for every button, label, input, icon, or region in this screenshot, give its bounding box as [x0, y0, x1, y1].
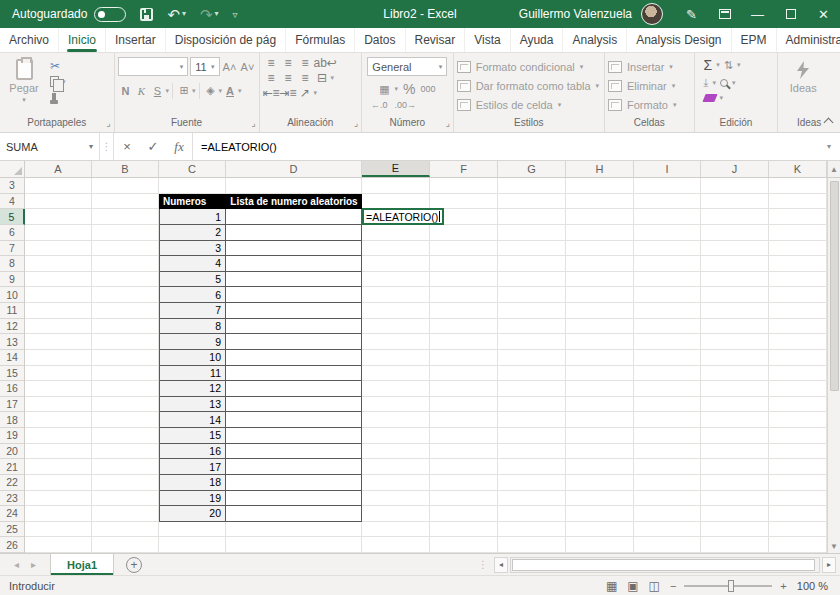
cell-F24[interactable] — [430, 506, 498, 522]
cell-J5[interactable] — [701, 209, 769, 225]
cell-J8[interactable] — [701, 256, 769, 272]
cell-F3[interactable] — [430, 178, 498, 194]
column-header-G[interactable]: G — [498, 161, 566, 177]
cell-D23[interactable] — [226, 491, 362, 507]
cell-I4[interactable] — [634, 194, 701, 210]
tab-analysis-design[interactable]: Analysis Design — [627, 28, 731, 52]
cell-A6[interactable] — [25, 225, 92, 241]
vertical-scroll-down-icon[interactable]: ▼ — [828, 539, 840, 553]
cell-K4[interactable] — [769, 194, 827, 210]
cell-G15[interactable] — [498, 366, 566, 382]
cell-J24[interactable] — [701, 506, 769, 522]
cell-D8[interactable] — [226, 256, 362, 272]
cell-J10[interactable] — [701, 287, 769, 303]
cell-F6[interactable] — [430, 225, 498, 241]
cell-G9[interactable] — [498, 272, 566, 288]
cell-H15[interactable] — [566, 366, 634, 382]
cell-H12[interactable] — [566, 319, 634, 335]
cell-H21[interactable] — [566, 459, 634, 475]
cell-J13[interactable] — [701, 334, 769, 350]
cell-G11[interactable] — [498, 303, 566, 319]
tab-inicio[interactable]: Inicio — [59, 28, 106, 52]
name-box-dropdown-icon[interactable]: ▾ — [89, 142, 93, 151]
column-header-E[interactable]: E — [362, 161, 430, 177]
cell-J14[interactable] — [701, 350, 769, 366]
minimize-button[interactable]: — — [741, 0, 774, 28]
cell-C17[interactable]: 13 — [159, 397, 226, 413]
save-icon[interactable] — [140, 8, 153, 21]
cell-F12[interactable] — [430, 319, 498, 335]
row-header-26[interactable]: 26 — [0, 537, 24, 553]
cell-K10[interactable] — [769, 287, 827, 303]
zoom-out-icon[interactable]: − — [670, 580, 676, 592]
row-header-3[interactable]: 3 — [0, 178, 24, 194]
cell-H20[interactable] — [566, 444, 634, 460]
row-header-12[interactable]: 12 — [0, 319, 24, 335]
cell-K9[interactable] — [769, 272, 827, 288]
tab-datos[interactable]: Datos — [355, 28, 405, 52]
cell-I23[interactable] — [634, 491, 701, 507]
cell-K5[interactable] — [769, 209, 827, 225]
cell-E25[interactable] — [362, 522, 430, 538]
cell-H16[interactable] — [566, 381, 634, 397]
horizontal-scroll-left-icon[interactable]: ◂ — [494, 557, 508, 573]
cell-I26[interactable] — [634, 537, 701, 553]
cell-D6[interactable] — [226, 225, 362, 241]
cell-I19[interactable] — [634, 428, 701, 444]
cell-H4[interactable] — [566, 194, 634, 210]
cell-I7[interactable] — [634, 241, 701, 257]
cell-F13[interactable] — [430, 334, 498, 350]
cell-G18[interactable] — [498, 412, 566, 428]
cell-I3[interactable] — [634, 178, 701, 194]
cell-G5[interactable] — [498, 209, 566, 225]
cell-F26[interactable] — [430, 537, 498, 553]
cell-F16[interactable] — [430, 381, 498, 397]
cell-J22[interactable] — [701, 475, 769, 491]
cell-A8[interactable] — [25, 256, 92, 272]
cell-B22[interactable] — [92, 475, 159, 491]
row-header-4[interactable]: 4 — [0, 194, 24, 210]
tab-insertar[interactable]: Insertar — [106, 28, 166, 52]
cell-D12[interactable] — [226, 319, 362, 335]
expand-formula-bar-icon[interactable]: ▾ — [818, 133, 840, 160]
cell-A3[interactable] — [25, 178, 92, 194]
cell-C9[interactable]: 5 — [159, 272, 226, 288]
cell-G20[interactable] — [498, 444, 566, 460]
cell-B7[interactable] — [92, 241, 159, 257]
zoom-percentage[interactable]: 100 % — [797, 580, 828, 592]
cell-B17[interactable] — [92, 397, 159, 413]
cell-E3[interactable] — [362, 178, 430, 194]
cell-B8[interactable] — [92, 256, 159, 272]
cell-G17[interactable] — [498, 397, 566, 413]
cell-B18[interactable] — [92, 412, 159, 428]
cell-E11[interactable] — [362, 303, 430, 319]
cell-C26[interactable] — [159, 537, 226, 553]
row-header-18[interactable]: 18 — [0, 412, 24, 428]
cell-C4[interactable]: Numeros — [159, 194, 226, 210]
zoom-in-icon[interactable]: + — [780, 580, 786, 592]
cell-H23[interactable] — [566, 491, 634, 507]
cell-J16[interactable] — [701, 381, 769, 397]
cell-I21[interactable] — [634, 459, 701, 475]
cell-A15[interactable] — [25, 366, 92, 382]
cell-E12[interactable] — [362, 319, 430, 335]
cell-I12[interactable] — [634, 319, 701, 335]
cell-E13[interactable] — [362, 334, 430, 350]
cell-D3[interactable] — [226, 178, 362, 194]
cell-K8[interactable] — [769, 256, 827, 272]
cell-B11[interactable] — [92, 303, 159, 319]
cell-K3[interactable] — [769, 178, 827, 194]
row-header-16[interactable]: 16 — [0, 381, 24, 397]
cell-G26[interactable] — [498, 537, 566, 553]
cell-C23[interactable]: 19 — [159, 491, 226, 507]
cell-B13[interactable] — [92, 334, 159, 350]
cell-K12[interactable] — [769, 319, 827, 335]
cell-H8[interactable] — [566, 256, 634, 272]
page-break-view-icon[interactable]: ◫ — [649, 579, 660, 593]
cell-I17[interactable] — [634, 397, 701, 413]
tab-f-rmulas[interactable]: Fórmulas — [286, 28, 355, 52]
cell-C12[interactable]: 8 — [159, 319, 226, 335]
number-dialog-launcher-icon[interactable]: ⌟ — [445, 119, 449, 128]
increase-font-icon[interactable]: A˄ — [222, 58, 238, 75]
cell-A14[interactable] — [25, 350, 92, 366]
